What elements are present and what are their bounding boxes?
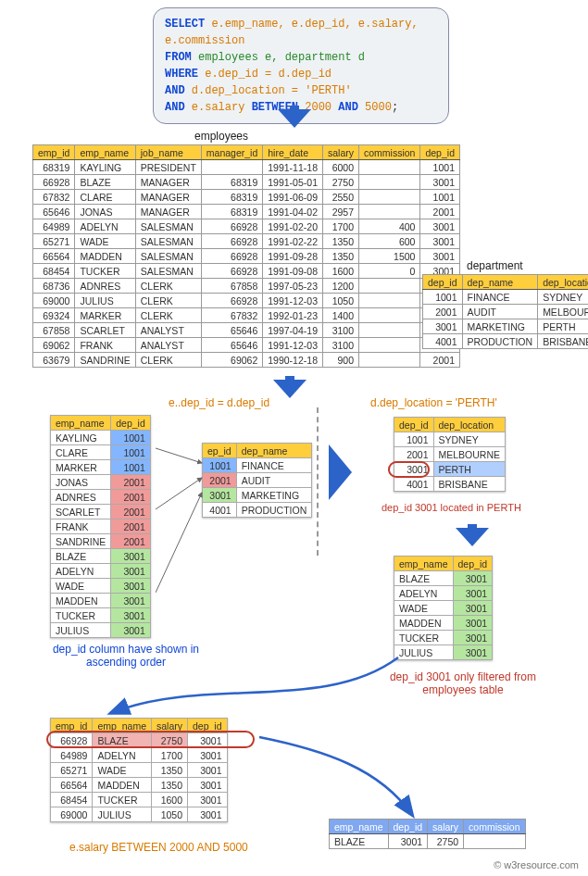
cell: 1991-12-03: [263, 338, 323, 353]
cell: 69062: [201, 353, 262, 368]
cell: 1001: [111, 460, 151, 475]
cell: TUCKER: [93, 793, 152, 807]
table-row: BLAZE3001: [394, 571, 493, 586]
cell: 3001: [111, 608, 151, 623]
cell: SANDRINE: [51, 534, 111, 549]
cell: 67858: [201, 279, 262, 294]
cell: [359, 308, 420, 323]
cell: 3001: [111, 579, 151, 594]
cell: 3100: [322, 323, 358, 338]
cell: [359, 205, 420, 219]
kw-and3: AND: [338, 101, 365, 114]
table-row: 66928BLAZEMANAGER683191991-05-0127503001: [33, 175, 460, 190]
cell: 1991-06-09: [263, 190, 323, 205]
table-row: 67832CLAREMANAGER683191991-06-0925501001: [33, 190, 460, 205]
cell: 67832: [201, 308, 262, 323]
cell: 1001: [420, 160, 460, 175]
cell: 68319: [201, 175, 262, 190]
cell: WADE: [394, 601, 454, 616]
perth-ring: [388, 461, 430, 478]
kw-select: SELECT: [165, 18, 211, 31]
result-table: emp_namedep_idsalarycommissionBLAZE30012…: [329, 819, 526, 849]
cell: 2001: [423, 305, 463, 319]
table-row: 2001AUDITMELBOURNE: [423, 305, 589, 319]
cell: 3001: [188, 807, 228, 822]
cell: JONAS: [51, 475, 111, 490]
cell: PERTH: [433, 462, 506, 477]
footer: © w3resource.com: [494, 859, 579, 870]
table-row: MADDEN3001: [394, 616, 493, 631]
cell: 2001: [420, 353, 460, 368]
col-header: salary: [322, 145, 358, 160]
cell: CLARE: [75, 190, 135, 205]
table-row: 4001PRODUCTION: [203, 503, 312, 518]
cell: BLAZE: [330, 834, 389, 849]
cell: 66928: [33, 175, 75, 190]
cell: MANAGER: [135, 175, 201, 190]
cell: [359, 175, 420, 190]
kw-where: WHERE: [165, 68, 205, 81]
table-row: WADE3001: [394, 601, 493, 616]
cell: 66928: [201, 294, 262, 308]
col-header: dep_name: [236, 444, 312, 458]
cell: 1600: [322, 264, 358, 279]
table-row: FRANK2001: [51, 519, 151, 534]
cell: [359, 160, 420, 175]
table-row: 65646JONASMANAGER683191991-04-0229572001: [33, 205, 460, 219]
table-row: BLAZE30012750: [330, 834, 526, 849]
cell: CLERK: [135, 308, 201, 323]
kw-and1: AND: [165, 84, 192, 97]
locfilter-caption: d.dep_location = 'PERTH': [370, 396, 497, 409]
cell: 2001: [394, 447, 434, 462]
cell: JULIUS: [51, 623, 111, 638]
ascending-note: dep_id column have shown in ascending or…: [52, 643, 200, 669]
cell: BRISBANE: [433, 477, 506, 492]
cell: 1992-01-23: [263, 308, 323, 323]
semi: ;: [392, 101, 398, 114]
cell: 1700: [322, 219, 358, 234]
cell: ANALYST: [135, 338, 201, 353]
col-header: dep_id: [423, 275, 463, 290]
cell: BLAZE: [51, 549, 111, 564]
cell: JONAS: [75, 205, 135, 219]
cell: 69000: [51, 807, 93, 822]
cell: FRANK: [51, 519, 111, 534]
table-row: BLAZE3001: [51, 549, 151, 564]
cell: TUCKER: [75, 264, 135, 279]
table-row: 4001PRODUCTIONBRISBANE: [423, 334, 589, 349]
col-header: emp_name: [51, 416, 111, 431]
cell: 66928: [201, 219, 262, 234]
table-row: WADE3001: [51, 579, 151, 594]
cell: 65646: [33, 205, 75, 219]
cell: MELBOURNE: [538, 305, 588, 319]
cell: 3001: [188, 793, 228, 807]
cell: 1001: [111, 445, 151, 460]
cell: 1990-12-18: [263, 353, 323, 368]
cell: 3001: [453, 631, 493, 645]
dep-mini-table: ep_iddep_name1001FINANCE2001AUDIT3001MAR…: [202, 443, 312, 518]
table-row: 69000JULIUS10503001: [51, 807, 228, 822]
cell: 1001: [423, 290, 463, 305]
arrow-loc-down: [456, 528, 489, 546]
col-header: emp_id: [33, 145, 75, 160]
col-header: dep_id: [111, 416, 151, 431]
cell: 2001: [111, 490, 151, 505]
table-row: 66564MADDEN13503001: [51, 778, 228, 793]
table-row: 3001MARKETING: [203, 488, 312, 503]
col-header: emp_name: [75, 145, 135, 160]
cell: 2957: [322, 205, 358, 219]
cell: 3001: [111, 594, 151, 608]
kw-and2: AND: [165, 101, 192, 114]
cell: 3001: [420, 249, 460, 264]
cell: MARKETING: [462, 319, 538, 334]
cell: 4001: [394, 477, 434, 492]
cell: 68736: [33, 279, 75, 294]
cell: FINANCE: [236, 458, 312, 473]
svg-line-0: [156, 448, 202, 463]
col-header: dep_id: [453, 557, 493, 571]
kw-from: FROM: [165, 51, 198, 64]
cell: 1050: [322, 294, 358, 308]
cell: 1350: [151, 763, 187, 778]
col-header: ep_id: [203, 444, 237, 458]
cell: 1400: [322, 308, 358, 323]
